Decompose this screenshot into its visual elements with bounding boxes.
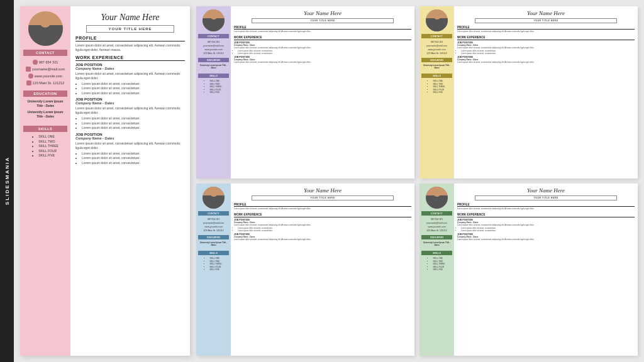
resume-small-yellow: CONTACT 987 654 321 yourname@mail.com ww…: [419, 6, 638, 178]
resume-left-col: CONTACT 987 654 321 yourname@mail.com ww…: [20, 6, 70, 356]
job2-text: Lorem ipsum dolor sit amet, consectetuer…: [75, 106, 185, 115]
rs-edu-badge-yellow: EDUCATION: [421, 58, 452, 62]
rs-skills-blue: SKILL ONE SKILL TWO SKILL THREE SKILL FO…: [205, 257, 221, 272]
rs-left-yellow: CONTACT 987 654 321 yourname@mail.com ww…: [419, 6, 454, 178]
rs-right-purple: Your Name Here YOUR TITLE HERE PROFILE L…: [231, 6, 414, 178]
brand-label: SLIDESMANIA: [4, 156, 10, 205]
rs-edu-purple: University Lorem Ipsum Title - Dates: [198, 64, 229, 69]
contact-info: 987 654 321 yourname@mail.com www.yoursi…: [23, 60, 67, 85]
rs-skills-badge-purple: SKILLS: [198, 74, 229, 78]
job1-company: Company Name - Dates: [75, 67, 185, 70]
job3-company: Company Name - Dates: [75, 136, 185, 140]
job1-text: Lorem ipsum dolor sit amet, consectetuer…: [75, 72, 185, 80]
rs-avatar-green: [426, 187, 448, 209]
rs-contact-yellow: 987 654 321 yourname@mail.com www.yoursi…: [421, 41, 452, 55]
rs-contact-badge-blue: CONTACT: [198, 211, 229, 216]
rs-avatar-blue: [203, 187, 225, 209]
address-item: 123 Main St. 121212: [26, 80, 65, 85]
rs-edu-badge-green: EDUCATION: [421, 235, 452, 239]
education-badge: EDUCATION: [23, 90, 67, 97]
address-icon: [26, 80, 31, 85]
rs-edu-blue: University Lorem Ipsum Title - Dates: [198, 241, 229, 246]
resume-name: Your Name Here: [75, 13, 185, 23]
rs-avatar-purple: [203, 9, 225, 31]
resume-large: CONTACT 987 654 321 yourname@mail.com ww…: [20, 6, 190, 356]
rs-edu-yellow: University Lorem Ipsum Title - Dates: [421, 64, 452, 69]
resume-grid: CONTACT 987 654 321 yourname@mail.com ww…: [196, 6, 638, 356]
job3-bullets: Lorem ipsum dolor sit amet, consectetuer…: [75, 151, 185, 166]
rs-skills-green: SKILL ONE SKILL TWO SKILL THREE SKILL FO…: [428, 257, 445, 272]
resume-small-blue: CONTACT 987 654 321 yourname@mail.com ww…: [196, 184, 414, 356]
rs-contact-badge-green: CONTACT: [421, 211, 452, 216]
job3-text: Lorem ipsum dolor sit amet, consectetuer…: [75, 141, 185, 150]
rs-right-blue: Your Name Here YOUR TITLE HERE PROFILE L…: [231, 184, 414, 356]
avatar-image: [28, 11, 63, 46]
rs-contact-badge-yellow: CONTACT: [421, 34, 452, 38]
rs-left-green: CONTACT 987 654 321 yourname@mail.com ww…: [419, 184, 454, 356]
rs-skills-badge-yellow: SKILLS: [421, 74, 452, 78]
rs-right-yellow: Your Name Here YOUR TITLE HERE PROFILE L…: [454, 6, 638, 178]
edu2: University Lorem Ipsum Title - Dates: [28, 110, 64, 119]
rs-skills-purple: SKILL ONE SKILL TWO SKILL THREE SKILL FO…: [205, 80, 221, 94]
email-icon: [26, 67, 31, 72]
job2-bullets: Lorem ipsum dolor sit amet, consectetuer…: [75, 116, 185, 131]
rs-left-blue: CONTACT 987 654 321 yourname@mail.com ww…: [196, 184, 231, 356]
rs-skills-badge-blue: SKILLS: [198, 251, 229, 255]
skills-badge: SKILLS: [23, 126, 67, 132]
contact-badge: CONTACT: [23, 50, 67, 56]
avatar: [28, 11, 63, 46]
resume-small-green: CONTACT 987 654 321 yourname@mail.com ww…: [419, 184, 638, 356]
rs-skills-yellow: SKILL ONE SKILL TWO SKILL THREE SKILL FO…: [428, 80, 445, 94]
brand-sidebar: SLIDESMANIA: [0, 0, 14, 362]
resume-right-col: Your Name Here YOUR TITLE HERE PROFILE L…: [70, 6, 190, 356]
resume-small-purple: CONTACT 987 654 321 yourname@mail.com ww…: [196, 6, 414, 178]
rs-contact-green: 987 654 321 yourname@mail.com www.yoursi…: [421, 218, 452, 232]
main-content: CONTACT 987 654 321 yourname@mail.com ww…: [14, 0, 644, 362]
skills-list: SKILL ONE SKILL TWO SKILL THREE SKILL FO…: [32, 134, 58, 158]
edu1: University Lorem Ipsum Title - Dates: [28, 99, 64, 108]
phone-item: 987 654 321: [33, 60, 58, 65]
rs-edu-badge-purple: EDUCATION: [198, 58, 229, 62]
rs-contact-purple: 987 654 321 yourname@mail.com www.yoursi…: [198, 41, 229, 55]
rs-contact-blue: 987 654 321 yourname@mail.com www.yoursi…: [198, 218, 229, 232]
rs-left-purple: CONTACT 987 654 321 yourname@mail.com ww…: [196, 6, 231, 178]
rs-edu-green: University Lorem Ipsum Title - Dates: [421, 241, 452, 246]
rs-skills-badge-green: SKILLS: [421, 251, 452, 255]
resume-title: YOUR TITLE HERE: [86, 25, 174, 33]
rs-right-green: Your Name Here YOUR TITLE HERE PROFILE L…: [454, 184, 638, 356]
job2-company: Company Name - Dates: [75, 101, 185, 105]
phone-icon: [33, 60, 38, 65]
website-item: www.yoursite.com: [28, 74, 62, 79]
rs-contact-badge-purple: CONTACT: [198, 34, 229, 38]
email-item: yourname@mail.com: [26, 67, 65, 72]
job1-bullets: Lorem ipsum dolor sit amet, consectetuer…: [75, 82, 185, 96]
web-icon: [28, 74, 33, 79]
rs-edu-badge-blue: EDUCATION: [198, 235, 229, 239]
work-heading: WORK EXPERIENCE: [75, 55, 185, 61]
profile-heading: PROFILE: [75, 36, 185, 41]
profile-text: Lorem ipsum dolor sit amet, consectetuer…: [75, 43, 185, 52]
rs-avatar-yellow: [426, 9, 448, 31]
